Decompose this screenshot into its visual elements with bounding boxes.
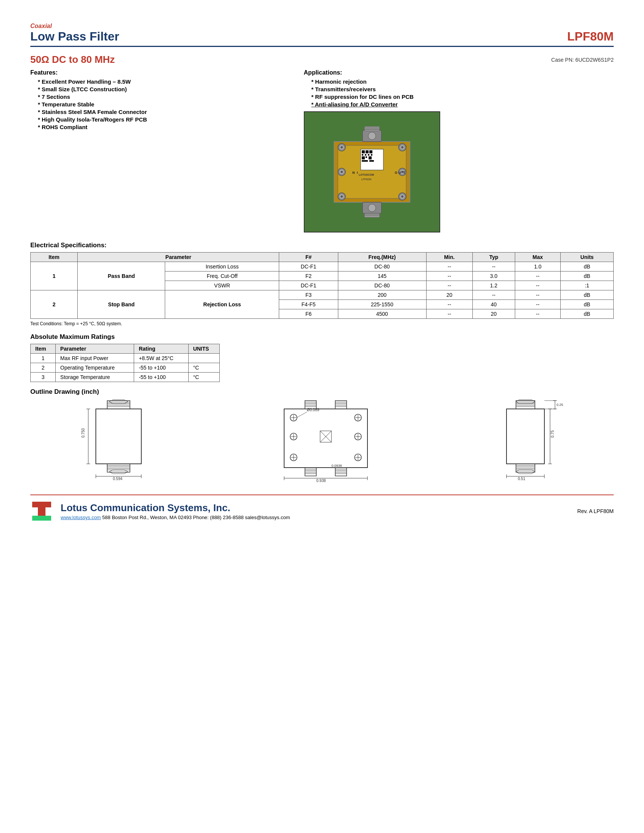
svg-text:O: O [395, 171, 398, 175]
svg-point-41 [368, 204, 376, 212]
abs-param-2: Operating Temperature [56, 363, 134, 373]
elec-specs-title: Electrical Specifications: [30, 241, 614, 249]
side-view-svg: 0.75 0.51 0.255 [495, 399, 564, 482]
feature-item-1: * Excellent Power Handling – 8.5W [38, 78, 289, 85]
svg-rect-37 [364, 127, 380, 131]
svg-marker-132 [516, 470, 535, 474]
footer: Lotus Communication Systems, Inc. www.lo… [30, 495, 614, 523]
company-name: Lotus Communication Systems, Inc. [61, 502, 290, 514]
product-title: Low Pass Filter [30, 29, 119, 43]
svg-point-28 [401, 195, 403, 198]
outline-title: Outline Drawing (inch) [30, 388, 614, 396]
min-20: 20 [426, 290, 472, 300]
min-dash2: -- [426, 272, 472, 281]
f-f6: F6 [279, 309, 338, 319]
svg-text:0.75: 0.75 [551, 430, 555, 438]
param-insertion-loss: Insertion Loss [165, 262, 279, 272]
freq-145: 145 [338, 272, 426, 281]
abs-rating-2: -55 to +100 [134, 363, 188, 373]
feature-item-6: * High Quality Isola-Tera/Rogers RF PCB [38, 116, 289, 123]
website-link[interactable]: www.lotussys.com [61, 515, 101, 520]
col-max: Max [515, 252, 560, 262]
table-header-row: Item Parameter F# Freq.(MHz) Min. Typ Ma… [31, 252, 614, 262]
feature-item-5: * Stainless Steel SMA Female Connector [38, 109, 289, 115]
typ-40: 40 [472, 300, 515, 309]
svg-rect-3 [362, 150, 365, 153]
svg-text:0.255: 0.255 [557, 403, 564, 407]
svg-rect-13 [362, 160, 368, 162]
svg-rect-7 [365, 154, 366, 156]
abs-item-2: 2 [31, 363, 56, 373]
svg-rect-103 [305, 468, 316, 476]
outline-section: Outline Drawing (inch) [30, 388, 614, 483]
model-number: LPF80M [567, 29, 614, 43]
col-freq: Freq.(MHz) [338, 252, 426, 262]
top-view-svg: 0.938 Ø0.089 0.0938 [273, 399, 379, 482]
svg-rect-127 [516, 464, 535, 472]
col-units: Units [561, 252, 614, 262]
svg-point-22 [401, 146, 403, 148]
units-ratio: :1 [561, 281, 614, 290]
logo-svg [30, 500, 53, 523]
abs-col-units: UNITS [188, 344, 219, 354]
abs-item-3: 3 [31, 373, 56, 382]
param-vswr: VSWR [165, 281, 279, 290]
max-dash4: -- [515, 300, 560, 309]
f-dc-f1b: DC-F1 [279, 281, 338, 290]
svg-point-36 [368, 132, 376, 140]
front-view-svg: 0.750 0.594 [80, 399, 156, 482]
abs-col-param: Parameter [56, 344, 134, 354]
company-logo [30, 500, 53, 523]
svg-rect-56 [96, 409, 141, 464]
typ-dash2: -- [472, 290, 515, 300]
col-parameter: Parameter [78, 252, 279, 262]
svg-marker-62 [109, 470, 128, 474]
outline-top-view: 0.938 Ø0.089 0.0938 [273, 399, 379, 483]
applications-image-col: Applications: * Harmonic rejection * Tra… [304, 69, 614, 233]
svg-point-25 [341, 195, 343, 198]
abs-row-2: 2 Operating Temperature -55 to +100 °C [31, 363, 220, 373]
product-svg: LOTUSCOM LPF80M [311, 119, 433, 225]
freq-dc-80b: DC-80 [338, 281, 426, 290]
content-area: Features: * Excellent Power Handling – 8… [30, 69, 614, 233]
f-f2: F2 [279, 272, 338, 281]
svg-text:0.750: 0.750 [81, 428, 85, 438]
app-item-2: * Transmitters/receivers [311, 86, 614, 92]
abs-max-table: Item Parameter Rating UNITS 1 Max RF inp… [30, 344, 220, 382]
freq-4500: 4500 [338, 309, 426, 319]
footer-contact: www.lotussys.com 588 Boston Post Rd., We… [61, 515, 290, 520]
svg-rect-108 [335, 468, 347, 476]
header-right: LPF80M [567, 29, 614, 43]
passband-label: Pass Band [78, 262, 165, 290]
feature-item-3: * 7 Sections [38, 93, 289, 100]
abs-col-item: Item [31, 344, 56, 354]
svg-text:LPF80M: LPF80M [361, 178, 372, 181]
svg-text:0.0938: 0.0938 [332, 464, 342, 468]
abs-row-3: 3 Storage Temperature -55 to +100 °C [31, 373, 220, 382]
abs-rating-1: +8.5W at 25°C [134, 354, 188, 363]
svg-text:U: U [399, 171, 401, 175]
svg-point-19 [341, 146, 343, 148]
svg-text:I: I [357, 171, 358, 175]
max-dash3: -- [515, 290, 560, 300]
electrical-specs-table: Item Parameter F# Freq.(MHz) Min. Typ Ma… [30, 252, 614, 319]
feature-item-7: * ROHS Compliant [38, 124, 289, 130]
header: Coaxial Low Pass Filter LPF80M [30, 23, 614, 43]
table-row: 2 Stop Band Rejection Loss F3 200 20 -- … [31, 290, 614, 300]
abs-rating-3: -55 to +100 [134, 373, 188, 382]
app-item-1: * Harmonic rejection [311, 78, 614, 85]
max-dash2: -- [515, 281, 560, 290]
test-conditions: Test Conditions: Temp = +25 °C, 50Ω syst… [30, 321, 614, 326]
freq-dc-80: DC-80 [338, 262, 426, 272]
min-dash5: -- [426, 309, 472, 319]
svg-rect-9 [371, 154, 372, 156]
typ-12: 1.2 [472, 281, 515, 290]
typ-dash: -- [472, 262, 515, 272]
feature-item-4: * Temperature Stable [38, 101, 289, 108]
units-db: dB [561, 262, 614, 272]
param-rejection-loss: Rejection Loss [165, 290, 279, 319]
freq-200: 200 [338, 290, 426, 300]
svg-rect-126 [507, 409, 544, 464]
col-typ: Typ [472, 252, 515, 262]
svg-rect-11 [365, 156, 367, 158]
